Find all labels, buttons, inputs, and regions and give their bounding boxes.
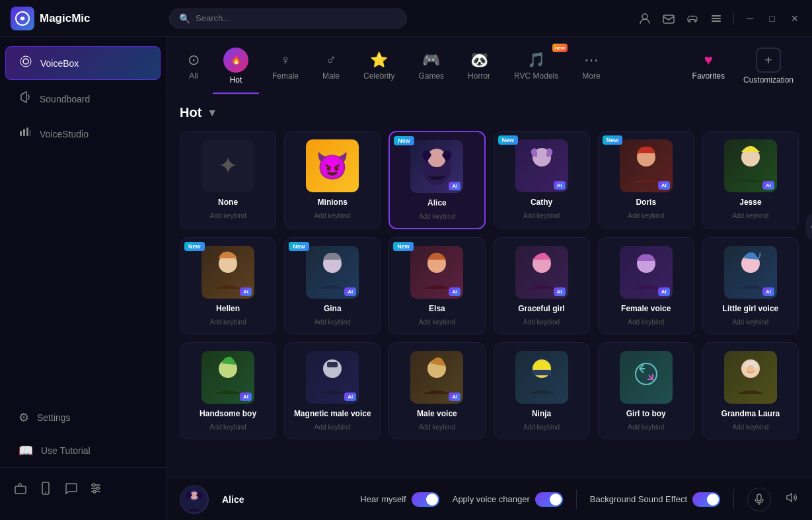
voice-card-ninja[interactable]: Ninja Add keybind [494,342,590,439]
close-button[interactable]: ✕ [788,11,801,26]
voice-card-gina[interactable]: New AI Gina Add keybind [284,237,381,334]
discord-icon[interactable] [686,12,699,25]
voice-card-alice[interactable]: New AI Alice Add keybind [388,131,485,229]
voice-keybind-elsa[interactable]: Add keybind [419,318,455,326]
voice-keybind-ninja[interactable]: Add keybind [523,424,560,431]
svg-point-7 [20,56,31,67]
voice-keybind-handsome[interactable]: Add keybind [210,424,246,431]
voice-card-minions[interactable]: 😈 Minions Add keybind [284,131,381,229]
tab-female[interactable]: ♀ Female [262,46,309,90]
voice-keybind-graceful[interactable]: Add keybind [523,318,560,326]
hear-myself-control: Hear myself [360,492,439,507]
tab-all[interactable]: ⊙ All [177,46,210,90]
menu-icon[interactable] [710,12,723,25]
voice-card-handsome[interactable]: AI Handsome boy Add keybind [180,342,276,439]
tab-more[interactable]: ⋯ More [572,46,610,90]
tab-customization[interactable]: + Customization [735,42,801,94]
voice-card-malevoice[interactable]: AI Male voice Add keybind [388,342,485,439]
volume-button[interactable] [784,490,799,508]
doris-new-badge: New [603,135,623,145]
voice-keybind-minions[interactable]: Add keybind [314,212,351,219]
hear-myself-toggle[interactable] [412,492,439,507]
tab-celebrity[interactable]: ⭐ Celebrity [353,46,405,90]
svg-point-14 [45,492,46,493]
chat-icon[interactable] [63,481,78,499]
voice-card-magnetic[interactable]: AI Magnetic male voice Add keybind [284,342,381,439]
user-icon[interactable] [638,12,651,25]
voice-name-elsa: Elsa [429,304,445,313]
minimize-button[interactable]: ─ [745,11,757,26]
tab-hot[interactable]: 🔥 Hot [213,42,259,94]
rvc-icon: 🎵 [527,52,545,69]
sidebar-item-tutorial[interactable]: 📖 Use Tutorial [5,435,161,466]
voice-keybind-none[interactable]: Add keybind [210,212,246,219]
voicestudio-icon [18,126,32,142]
hellen-new-badge: New [184,242,205,251]
voice-card-female[interactable]: AI Female voice Add keybind [598,237,694,334]
sidebar-item-voicebox[interactable]: VoiceBox [5,46,161,80]
voice-keybind-magnetic[interactable]: Add keybind [314,424,351,431]
svg-point-22 [427,149,446,167]
microphone-button[interactable] [747,488,771,511]
search-box[interactable]: 🔍 [169,9,407,28]
tab-right-actions: ♥ Favorites + Customization [684,42,801,94]
hear-myself-label: Hear myself [360,494,406,504]
voice-card-jesse[interactable]: AI Jesse Add keybind [702,131,799,229]
voice-avatar-jesse: AI [724,139,777,192]
voice-card-grandma[interactable]: Grandma Laura Add keybind [702,342,799,439]
voice-keybind-cathy[interactable]: Add keybind [523,212,560,219]
alice-ai-badge: AI [449,182,461,190]
tab-games[interactable]: 🎮 Games [408,46,455,90]
briefcase-icon[interactable] [13,481,28,499]
voice-keybind-gina[interactable]: Add keybind [314,318,351,326]
voice-area: Hot ▼ ✦ None Add keybind 😈 Minions Add k… [166,94,812,478]
voice-keybind-female[interactable]: Add keybind [628,318,664,326]
voice-card-none[interactable]: ✦ None Add keybind [180,131,276,229]
voice-name-malevoice: Male voice [417,409,457,418]
voice-card-hellen[interactable]: New AI Hellen Add keybind [180,237,276,334]
maximize-button[interactable]: □ [767,11,778,26]
voice-card-elsa[interactable]: New AI Elsa Add keybind [388,237,485,334]
tab-favorites[interactable]: ♥ Favorites [684,46,733,90]
voice-card-g2b[interactable]: Girl to boy Add keybind [598,342,694,439]
voice-card-doris[interactable]: New AI Doris Add keybind [598,131,694,229]
section-header: Hot ▼ [180,105,799,120]
sliders-icon[interactable] [89,481,103,499]
phone-icon[interactable] [38,481,53,499]
voice-card-littlegirl[interactable]: AI Little girl voice Add keybind [702,237,799,334]
voice-card-cathy[interactable]: New AI Cathy Add keybind [494,131,590,229]
voice-keybind-g2b[interactable]: Add keybind [628,424,664,431]
tab-rvc[interactable]: 🎵 RVC Models new [503,46,569,90]
bg-sound-toggle[interactable] [692,492,720,507]
sidebar-item-soundboard[interactable]: Soundboard [5,83,161,115]
voice-keybind-littlegirl[interactable]: Add keybind [732,318,768,326]
sidebar: VoiceBox Soundboard VoiceStudio [0,37,166,520]
mail-icon[interactable] [662,12,675,25]
search-input[interactable] [196,13,397,23]
voice-keybind-alice[interactable]: Add keybind [419,213,455,220]
collapse-panel-button[interactable]: ‹ [805,213,812,240]
tab-rvc-label: RVC Models [514,71,558,81]
bottom-avatar [180,485,209,514]
cathy-new-badge: New [498,135,519,145]
sidebar-item-settings[interactable]: ⚙ Settings [5,402,161,433]
voice-name-female: Female voice [621,304,671,313]
tab-horror[interactable]: 🐼 Horror [457,46,501,90]
voice-avatar-hellen: AI [202,246,254,299]
voice-avatar-alice: AI [410,140,463,193]
tab-male[interactable]: ♂ Male [312,46,350,90]
voice-keybind-jesse[interactable]: Add keybind [732,212,768,219]
voice-keybind-hellen[interactable]: Add keybind [210,318,246,326]
voice-name-cathy: Cathy [531,198,552,207]
voice-avatar-doris: AI [620,139,673,192]
sidebar-item-voicestudio[interactable]: VoiceStudio [5,118,161,150]
apply-voice-toggle[interactable] [535,492,563,507]
voice-card-graceful[interactable]: AI Graceful girl Add keybind [494,237,590,334]
voice-name-ninja: Ninja [532,409,551,418]
male-icon: ♂ [326,52,337,69]
voice-keybind-doris[interactable]: Add keybind [628,212,664,219]
voice-keybind-grandma[interactable]: Add keybind [732,424,768,431]
section-chevron[interactable]: ▼ [207,107,217,119]
svg-point-6 [23,59,28,64]
voice-keybind-malevoice[interactable]: Add keybind [419,424,455,431]
